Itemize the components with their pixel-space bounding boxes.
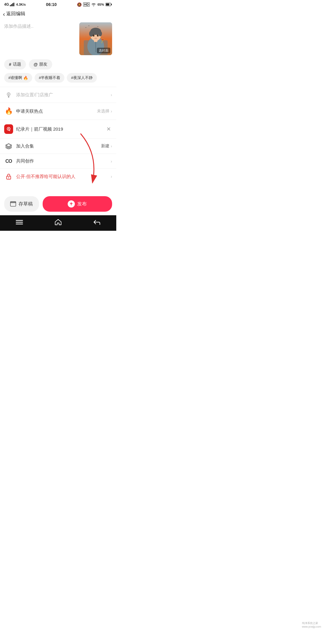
topic-label: 话题 bbox=[13, 62, 21, 67]
location-svg bbox=[5, 92, 12, 98]
album-chevron: › bbox=[111, 144, 112, 148]
co-icon: CO bbox=[4, 159, 13, 164]
nav-back-icon[interactable] bbox=[93, 219, 100, 225]
hot-tag-2[interactable]: #夜深人不静 bbox=[67, 73, 97, 83]
hot-tag-2-label: #夜深人不静 bbox=[71, 75, 92, 80]
bottom-buttons: 存草稿 发布 bbox=[0, 193, 116, 215]
co-create-text: 共同创作 bbox=[16, 158, 111, 164]
friend-button[interactable]: @ 朋友 bbox=[29, 59, 52, 69]
privacy-chevron: › bbox=[111, 174, 112, 179]
signal-bars-icon bbox=[10, 3, 15, 6]
svg-point-23 bbox=[8, 94, 9, 95]
publish-label: 发布 bbox=[77, 201, 87, 207]
q-svg bbox=[6, 126, 11, 132]
cover-select-label[interactable]: 选封面 bbox=[97, 48, 110, 53]
speed-text: 4.3K/s bbox=[16, 3, 26, 6]
svg-point-15 bbox=[93, 35, 95, 37]
description-input[interactable]: 添加作品描述.. bbox=[4, 22, 76, 40]
location-icon bbox=[4, 92, 13, 98]
draft-label: 存草稿 bbox=[18, 201, 33, 207]
publish-arrow-icon bbox=[68, 200, 75, 208]
time-display: 06:10 bbox=[46, 2, 57, 7]
status-bar: 4G 4.3K/s 06:10 🔕 HD 65% bbox=[0, 0, 116, 8]
battery-text: 65% bbox=[97, 3, 104, 6]
co-create-right: › bbox=[111, 159, 112, 164]
svg-point-16 bbox=[97, 35, 99, 37]
red-q-icon bbox=[4, 124, 13, 134]
nav-menu-icon[interactable] bbox=[16, 219, 23, 225]
close-collection-button[interactable]: ✕ bbox=[105, 126, 112, 132]
svg-rect-32 bbox=[16, 222, 23, 223]
back-label: 返回编辑 bbox=[6, 11, 25, 17]
bottom-nav bbox=[0, 215, 116, 231]
bell-icon: 🔕 bbox=[77, 2, 82, 7]
hot-tag-0-label: #谁懂啊 bbox=[8, 75, 22, 80]
topic-button[interactable]: # 话题 bbox=[4, 59, 26, 69]
svg-point-20 bbox=[101, 39, 104, 41]
description-placeholder: 添加作品描述.. bbox=[4, 24, 33, 29]
hotspot-item[interactable]: 🔥 申请关联热点 未选择 › bbox=[0, 103, 116, 120]
privacy-text: 公开·但不推荐给可能认识的人 bbox=[16, 174, 111, 179]
tags-row: # 话题 @ 朋友 bbox=[0, 55, 116, 69]
svg-rect-2 bbox=[12, 3, 13, 6]
back-icon: ‹ bbox=[3, 11, 5, 17]
svg-rect-0 bbox=[10, 5, 11, 6]
location-text: 添加位置/门店推广 bbox=[16, 92, 111, 98]
privacy-item[interactable]: 公开·但不推荐给可能认识的人 › bbox=[0, 169, 116, 184]
co-create-chevron: › bbox=[111, 159, 112, 164]
collection-item[interactable]: 纪录片｜箭厂视频 2019 ✕ bbox=[0, 120, 116, 139]
hotspot-right: 未选择 › bbox=[97, 109, 112, 114]
fire-icon: 🔥 bbox=[4, 107, 13, 115]
location-right: › bbox=[111, 92, 112, 97]
fire-icon-0: 🔥 bbox=[23, 76, 28, 80]
svg-rect-6 bbox=[106, 4, 109, 6]
lock-svg bbox=[5, 173, 12, 180]
wifi-icon bbox=[91, 3, 96, 6]
draft-icon bbox=[10, 201, 16, 207]
status-left: 4G 4.3K/s bbox=[4, 2, 26, 7]
back-button[interactable]: ‹ 返回编辑 bbox=[3, 11, 25, 17]
collection-icon bbox=[4, 124, 13, 134]
svg-rect-31 bbox=[16, 220, 23, 221]
publish-button[interactable]: 发布 bbox=[43, 196, 112, 212]
svg-point-13 bbox=[89, 31, 93, 37]
hotspot-value: 未选择 bbox=[97, 109, 109, 114]
status-right: 🔕 HD 65% bbox=[77, 2, 112, 7]
lock-icon bbox=[4, 173, 13, 180]
nav-home-icon[interactable] bbox=[55, 219, 62, 225]
album-item[interactable]: 加入合集 新建 › bbox=[0, 139, 116, 154]
signal-text: 4G bbox=[4, 2, 9, 7]
nav-bar: ‹ 返回编辑 bbox=[0, 8, 116, 19]
friend-label: 朋友 bbox=[39, 62, 47, 67]
content-area: 添加作品描述.. bbox=[0, 19, 116, 55]
hd-badge: HD bbox=[83, 2, 90, 7]
svg-point-27 bbox=[8, 177, 9, 178]
co-create-item[interactable]: CO 共同创作 › bbox=[0, 154, 116, 169]
svg-point-14 bbox=[98, 31, 102, 36]
collection-text: 纪录片｜箭厂视频 2019 bbox=[16, 126, 105, 132]
layers-icon bbox=[4, 143, 13, 149]
hot-tag-1[interactable]: #半夜睡不着 bbox=[35, 73, 64, 83]
svg-point-18 bbox=[98, 35, 99, 35]
spacer bbox=[0, 184, 116, 190]
draft-button[interactable]: 存草稿 bbox=[4, 196, 39, 212]
hot-tag-0[interactable]: #谁懂啊 🔥 bbox=[4, 73, 32, 83]
at-icon: @ bbox=[34, 62, 38, 67]
svg-rect-1 bbox=[11, 4, 12, 6]
svg-point-17 bbox=[94, 35, 95, 35]
hotspot-chevron: › bbox=[111, 109, 112, 114]
layers-svg bbox=[5, 143, 12, 149]
hot-tags-row: #谁懂啊 🔥 #半夜睡不着 #夜深人不静 bbox=[0, 69, 116, 83]
privacy-right: › bbox=[111, 174, 112, 179]
co-text: CO bbox=[5, 159, 12, 164]
album-text: 加入合集 bbox=[16, 143, 101, 149]
battery-icon bbox=[106, 3, 112, 6]
svg-point-25 bbox=[8, 128, 9, 129]
svg-rect-3 bbox=[13, 3, 14, 6]
cover-wrapper: 选封面 bbox=[79, 22, 112, 55]
svg-rect-5 bbox=[111, 4, 112, 5]
location-item[interactable]: 添加位置/门店推广 › bbox=[0, 87, 116, 103]
album-new-label: 新建 bbox=[101, 143, 109, 149]
location-chevron: › bbox=[111, 92, 112, 97]
hot-tag-1-label: #半夜睡不着 bbox=[39, 75, 60, 80]
